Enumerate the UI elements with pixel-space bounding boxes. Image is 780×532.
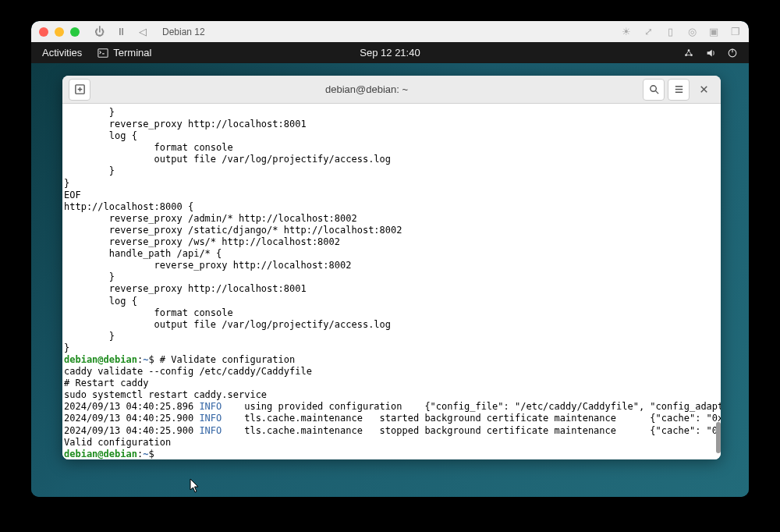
folder-icon[interactable]: ▣	[708, 27, 719, 37]
log-level: INFO	[199, 425, 222, 436]
vm-title: Debian 12	[162, 27, 205, 37]
term-prompt-line: debian@debian:~$	[64, 449, 718, 459]
prompt-user: debian@debian	[64, 354, 137, 365]
terminal-title: debian@debian: ~	[90, 83, 643, 95]
term-line: log {	[64, 130, 718, 142]
term-line: caddy validate --config /etc/caddy/Caddy…	[64, 366, 718, 378]
log-timestamp: 2024/09/13 04:40:25.896	[64, 401, 199, 412]
resize-icon[interactable]: ⤢	[643, 27, 654, 37]
activities-button[interactable]: Activities	[42, 47, 82, 59]
term-line: }	[64, 271, 718, 283]
device-icon[interactable]: ▯	[665, 27, 675, 37]
term-line: format console	[64, 307, 718, 319]
network-icon[interactable]	[683, 48, 694, 59]
gnome-topbar: Activities Terminal Sep 12 21:40	[31, 42, 749, 63]
back-icon[interactable]: ◁	[137, 27, 148, 37]
pause-icon[interactable]: ⏸	[115, 27, 126, 37]
power-menu-icon[interactable]	[727, 48, 738, 59]
active-app-label: Terminal	[113, 47, 151, 59]
svg-point-9	[650, 86, 656, 92]
log-message: tls.cache.maintenance stopped background…	[222, 425, 721, 436]
menu-button[interactable]	[668, 79, 690, 101]
terminal-output[interactable]: } reverse_proxy http://localhost:8001 lo…	[62, 104, 721, 459]
vm-window: ⏻ ⏸ ◁ Debian 12 ☀ ⤢ ▯ ◎ ▣ ❐ Activities T…	[31, 21, 749, 497]
terminal-window: debian@debian: ~ } reverse_proxy http://…	[62, 76, 721, 459]
new-tab-button[interactable]	[69, 79, 90, 101]
gnome-topbar-right	[683, 48, 738, 59]
log-message: tls.cache.maintenance started background…	[222, 413, 721, 424]
prompt-command: $ # Validate configuration	[148, 354, 295, 365]
terminal-titlebar: debian@debian: ~	[62, 76, 721, 104]
svg-rect-0	[98, 48, 108, 57]
term-line: http://localhost:8000 {	[64, 201, 718, 213]
term-line: reverse_proxy http://localhost:8001	[64, 119, 718, 130]
term-line: }	[64, 331, 718, 342]
scrollbar-track[interactable]	[714, 104, 721, 459]
term-log-line: 2024/09/13 04:40:25.900 INFO tls.cache.m…	[64, 413, 718, 424]
new-tab-icon	[74, 83, 86, 95]
scrollbar-thumb[interactable]	[716, 422, 721, 453]
maximize-window-button[interactable]	[70, 27, 80, 37]
term-line: log {	[64, 296, 718, 307]
term-line: reverse_proxy http://localhost:8002	[64, 260, 718, 271]
term-log-line: 2024/09/13 04:40:25.896 INFO using provi…	[64, 401, 718, 413]
traffic-lights	[39, 27, 80, 37]
term-line: }	[64, 178, 718, 190]
term-line: output file /var/log/projectify/access.l…	[64, 154, 718, 165]
volume-icon[interactable]	[705, 48, 716, 59]
prompt-command: $	[148, 449, 159, 459]
terminal-titlebar-right	[643, 79, 714, 101]
gnome-desktop: debian@debian: ~ } reverse_proxy http://…	[31, 63, 749, 497]
term-line: EOF	[64, 190, 718, 201]
terminal-app-icon	[98, 48, 108, 59]
term-line: reverse_proxy http://localhost:8001	[64, 283, 718, 295]
prompt-user: debian@debian	[64, 449, 137, 459]
term-line: reverse_proxy /admin/* http://localhost:…	[64, 213, 718, 225]
windows-icon[interactable]: ❐	[730, 27, 741, 37]
mac-toolbar-left: ⏻ ⏸ ◁	[94, 27, 148, 37]
log-level: INFO	[199, 413, 222, 424]
mac-titlebar: ⏻ ⏸ ◁ Debian 12 ☀ ⤢ ▯ ◎ ▣ ❐	[31, 21, 749, 42]
minimize-window-button[interactable]	[55, 27, 64, 37]
term-line: reverse_proxy /static/django/* http://lo…	[64, 225, 718, 236]
term-prompt-line: debian@debian:~$ # Validate configuratio…	[64, 354, 718, 366]
close-window-button[interactable]	[39, 27, 48, 37]
term-line: }	[64, 165, 718, 177]
term-line: }	[64, 342, 718, 354]
search-icon	[648, 83, 660, 95]
disc-icon[interactable]: ◎	[686, 27, 697, 37]
term-line: # Restart caddy	[64, 378, 718, 389]
term-line: handle_path /api/* {	[64, 248, 718, 260]
log-level: INFO	[199, 401, 222, 412]
log-timestamp: 2024/09/13 04:40:25.900	[64, 413, 199, 424]
log-timestamp: 2024/09/13 04:40:25.900	[64, 425, 199, 436]
term-line: sudo systemctl restart caddy.service	[64, 389, 718, 401]
term-line: reverse_proxy /ws/* http://localhost:800…	[64, 236, 718, 248]
gnome-topbar-left: Activities Terminal	[42, 47, 151, 59]
close-terminal-button[interactable]	[693, 79, 714, 101]
svg-line-10	[655, 90, 658, 94]
search-button[interactable]	[643, 79, 665, 101]
term-line: }	[64, 107, 718, 119]
mac-toolbar-right: ☀ ⤢ ▯ ◎ ▣ ❐	[621, 27, 741, 37]
term-line: output file /var/log/projectify/access.l…	[64, 319, 718, 331]
term-line: Valid configuration	[64, 437, 718, 449]
log-message: using provided configuration {"config_fi…	[222, 401, 721, 412]
active-app-indicator[interactable]: Terminal	[98, 47, 151, 59]
hamburger-icon	[673, 83, 685, 95]
gnome-clock[interactable]: Sep 12 21:40	[360, 47, 420, 59]
term-line: format console	[64, 142, 718, 154]
power-icon[interactable]: ⏻	[94, 27, 105, 37]
term-log-line: 2024/09/13 04:40:25.900 INFO tls.cache.m…	[64, 425, 718, 437]
close-icon	[698, 83, 710, 95]
display-icon[interactable]: ☀	[621, 27, 632, 37]
